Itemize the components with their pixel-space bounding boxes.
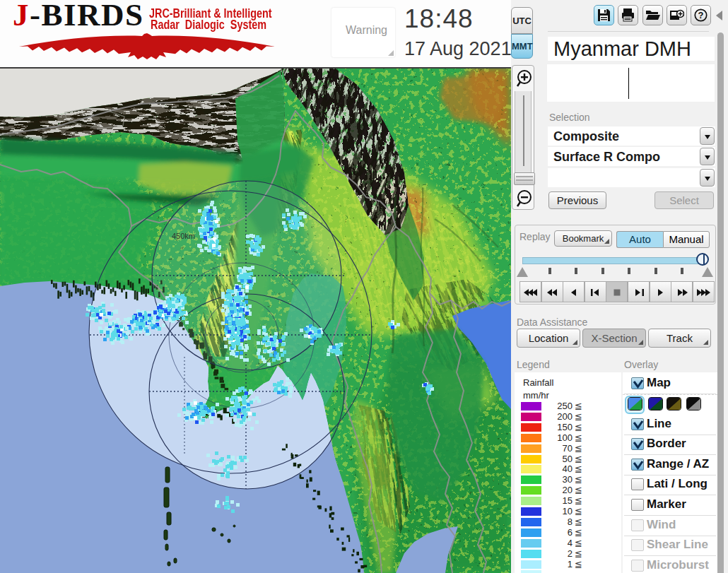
svg-text:450km: 450km [172, 232, 195, 240]
svg-text:?: ? [698, 10, 704, 20]
